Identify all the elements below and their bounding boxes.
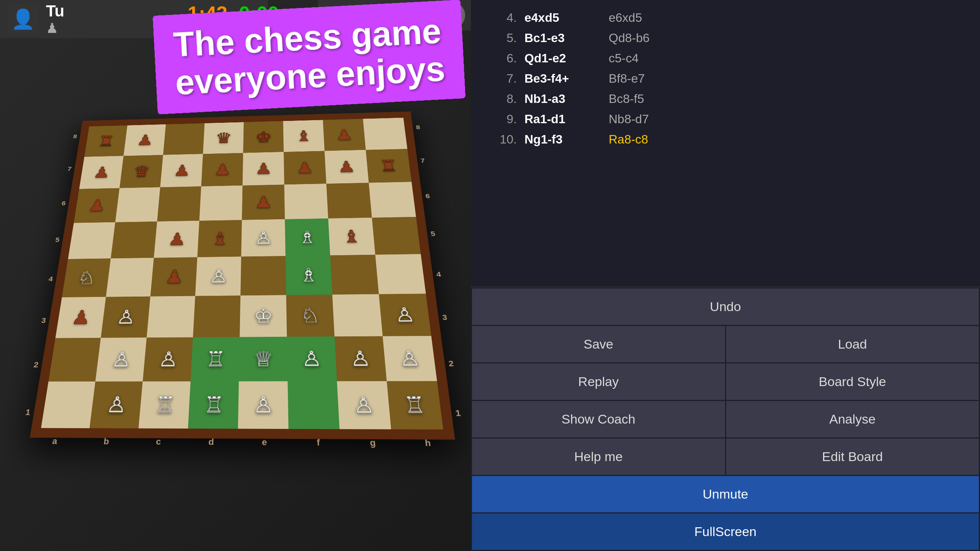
sq-h8 xyxy=(363,118,407,150)
move-row-4: 4. e4xd5 e6xd5 xyxy=(482,8,969,28)
sq-f5: ♗ xyxy=(285,218,330,256)
sq-h2: ♙ xyxy=(383,336,437,381)
sq-b2: ♙ xyxy=(95,337,147,381)
sq-a4: ♘ xyxy=(62,258,111,297)
sq-b6 xyxy=(115,187,160,222)
sq-g8: ♟ xyxy=(323,119,366,151)
sq-d7: ♟ xyxy=(201,153,243,186)
move-row-7: 7. Be3-f4+ Bf8-e7 xyxy=(482,68,969,89)
sq-a8: ♜ xyxy=(84,126,127,157)
sq-f6 xyxy=(284,184,328,219)
sq-f1 xyxy=(287,381,339,429)
sq-g3 xyxy=(332,294,383,337)
sq-e7: ♟ xyxy=(243,152,284,186)
move-row-8: 8. Nb1-a3 Bc8-f5 xyxy=(482,89,969,109)
moves-history: 4. e4xd5 e6xd5 5. Bc1-e3 Qd8-b6 6. Qd1-e… xyxy=(471,0,980,287)
sq-g5: ♝ xyxy=(328,218,375,255)
sq-a5 xyxy=(68,222,115,259)
sq-e8: ♚ xyxy=(243,121,284,153)
edit-board-button[interactable]: Edit Board xyxy=(726,439,979,475)
sq-e4 xyxy=(240,256,286,295)
sq-g2: ♙ xyxy=(335,336,387,381)
sq-c7: ♟ xyxy=(160,154,203,187)
sq-b5 xyxy=(111,222,157,259)
unmute-button[interactable]: Unmute xyxy=(472,476,979,512)
sq-e5: ♙ xyxy=(241,219,286,257)
file-labels: abcdefgh xyxy=(28,436,456,449)
sq-b8: ♟ xyxy=(124,124,166,156)
sq-g7: ♟ xyxy=(325,150,369,184)
undo-button[interactable]: Undo xyxy=(472,289,979,325)
pawn-icon: ♟ xyxy=(46,20,64,36)
sq-f2: ♙ xyxy=(287,336,337,381)
sq-c4: ♟ xyxy=(150,257,198,297)
sq-c1: ♖ xyxy=(139,381,191,429)
load-button[interactable]: Load xyxy=(726,326,979,362)
board-style-button[interactable]: Board Style xyxy=(726,364,979,400)
board-grid: ♜ ♟ ♛ ♚ ♝ ♟ ♟ ♛ ♟ ♟ ♟ ♟ ♟ ♜ ♟ ♟ xyxy=(41,118,443,430)
sq-h6 xyxy=(369,182,416,218)
player-name: Tu xyxy=(46,2,64,20)
sq-g6 xyxy=(326,183,372,218)
sq-h7: ♜ xyxy=(366,149,412,183)
sq-a6: ♟ xyxy=(74,188,120,223)
sq-b7: ♛ xyxy=(119,155,163,188)
sq-a3: ♟ xyxy=(56,297,106,338)
sq-e3: ♔ xyxy=(240,295,287,337)
sq-d2: ♖ xyxy=(191,337,240,381)
move-row-6: 6. Qd1-e2 c5-c4 xyxy=(482,48,969,68)
promo-banner: The chess game everyone enjoys xyxy=(152,0,466,114)
sq-c2: ♙ xyxy=(143,337,193,381)
sq-f4: ♗ xyxy=(286,255,332,295)
sq-c6 xyxy=(157,186,201,222)
sq-f7: ♟ xyxy=(284,151,326,184)
sq-e2: ♕ xyxy=(239,337,287,381)
analyse-button[interactable]: Analyse xyxy=(726,401,979,437)
sq-h5 xyxy=(372,217,421,255)
sq-f8: ♝ xyxy=(283,120,325,152)
sq-h1: ♖ xyxy=(387,381,443,430)
sq-c8 xyxy=(163,123,205,155)
show-coach-button[interactable]: Show Coach xyxy=(472,401,725,437)
chess-board: ♜ ♟ ♛ ♚ ♝ ♟ ♟ ♛ ♟ ♟ ♟ ♟ ♟ ♜ ♟ ♟ xyxy=(30,111,455,440)
move-row-10: 10. Ng1-f3 Ra8-c8 xyxy=(482,129,969,150)
move-row-5: 5. Bc1-e3 Qd8-b6 xyxy=(482,28,969,48)
player-avatar: 👤 xyxy=(8,4,38,34)
sq-a2 xyxy=(49,338,101,381)
sq-d3 xyxy=(193,295,240,337)
right-panel: 4. e4xd5 e6xd5 5. Bc1-e3 Qd8-b6 6. Qd1-e… xyxy=(471,0,980,551)
chess-area: 👤 Tu ♟ 1:43 0:00 Boris ♜ ♟ ♛ ♚ ♝ ♟ ♟ ♛ xyxy=(0,0,471,551)
sq-e1: ♙ xyxy=(238,381,289,429)
sq-h3: ♙ xyxy=(379,293,431,336)
sq-d8: ♛ xyxy=(203,122,244,154)
sq-g4 xyxy=(330,255,379,295)
sq-d5: ♝ xyxy=(197,220,242,257)
sq-e6: ♟ xyxy=(242,184,285,220)
help-me-button[interactable]: Help me xyxy=(472,439,725,475)
sq-d6 xyxy=(199,186,243,221)
sq-h4 xyxy=(375,254,426,294)
sq-b4 xyxy=(106,258,154,297)
sq-d1: ♖ xyxy=(188,381,239,429)
move-row-9: 9. Ra1-d1 Nb8-d7 xyxy=(482,109,969,129)
sq-b1: ♙ xyxy=(90,381,143,429)
sq-f3: ♘ xyxy=(286,295,335,337)
fullscreen-button[interactable]: FullScreen xyxy=(472,514,979,550)
sq-a7: ♟ xyxy=(79,156,124,189)
sq-d4: ♙ xyxy=(195,257,241,296)
sq-a1 xyxy=(41,381,95,428)
sq-c5: ♟ xyxy=(154,221,199,258)
sq-g1: ♙ xyxy=(337,381,391,429)
save-button[interactable]: Save xyxy=(472,326,725,362)
button-grid: Undo Save Load Replay Board Style Show C… xyxy=(471,287,980,551)
replay-button[interactable]: Replay xyxy=(472,364,725,400)
sq-c3 xyxy=(147,296,195,337)
sq-b3: ♙ xyxy=(101,297,150,338)
